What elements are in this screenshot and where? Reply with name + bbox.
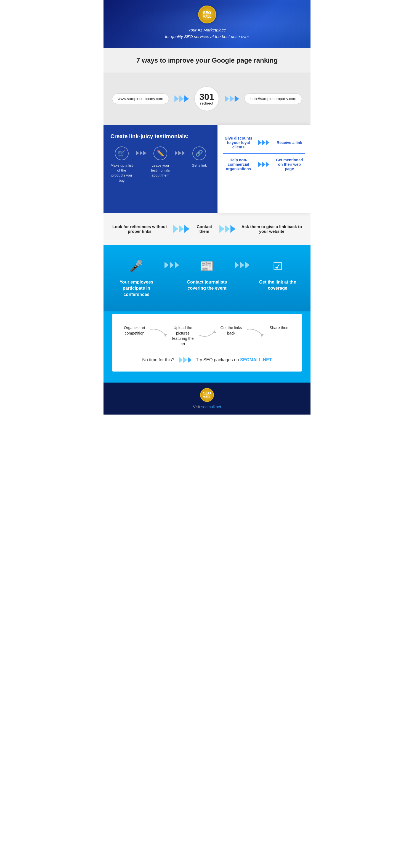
right-arrows-2 xyxy=(258,162,270,167)
chevron-icon xyxy=(225,95,229,102)
chevron-icon xyxy=(266,162,269,167)
link-icon: 🔗 xyxy=(193,147,206,160)
cart-icon: 🛒 xyxy=(115,147,128,160)
page-title: 7 ways to improve your Google page ranki… xyxy=(109,57,305,64)
chevron-icon xyxy=(178,151,181,155)
conf-step-1-label: Your employees participate in conference… xyxy=(112,279,161,298)
conf-step-1: 🎤 Your employees participate in conferen… xyxy=(112,258,161,298)
header: SEO MALL Your #1 Marketplace for quality… xyxy=(104,0,310,48)
art-steps: Organize art competition Upload the pict… xyxy=(120,325,294,347)
chevron-icon xyxy=(262,162,266,167)
url-from: www.samplecompany.com xyxy=(112,93,169,104)
art-step-1: Organize art competition xyxy=(120,325,149,336)
curve-arrow-icon xyxy=(246,327,265,340)
svg-marker-0 xyxy=(164,334,167,337)
chevron-icon xyxy=(143,151,146,155)
art-card: Organize art competition Upload the pict… xyxy=(112,314,302,371)
testimonials-steps: 🛒 Make up a list of the products you buy… xyxy=(110,147,211,183)
pencil-icon: ✏️ xyxy=(153,147,167,160)
ref-step-1: Look for references without proper links xyxy=(112,224,168,234)
right-text-3: Help non-commercial organizations xyxy=(223,158,254,171)
art-step-2-label: Upload the pictures featuring the art xyxy=(170,325,196,347)
chevron-icon xyxy=(258,140,262,145)
no-time-arrows xyxy=(179,356,192,363)
chevron-icon xyxy=(183,357,187,363)
conf-step-3-label: Get the link at the coverage xyxy=(253,279,302,291)
conf-step-2-label: Contact journalists covering the event xyxy=(182,279,232,291)
chevron-icon xyxy=(231,225,235,233)
journalist-icon: 📰 xyxy=(200,258,214,274)
redirect-section: www.samplecompany.com 301 redirect http:… xyxy=(104,72,310,125)
testimonials-heading: Create link-juicy testimonials: xyxy=(110,133,211,140)
no-time-label: No time for this? xyxy=(142,358,174,363)
art-step-4: Share them xyxy=(265,325,294,331)
svg-marker-1 xyxy=(213,330,216,333)
ref-step-2: Contact them xyxy=(195,224,214,234)
testi-step-3-label: Get a link xyxy=(191,163,207,168)
header-logo: SEO MALL xyxy=(198,5,216,24)
footer: SEO MALL Visit seomall.net xyxy=(104,382,310,414)
chevron-icon xyxy=(179,225,184,233)
arrow-2 xyxy=(225,95,239,102)
chevron-icon xyxy=(262,140,266,145)
art-step-3-label: Get the links back xyxy=(218,325,244,336)
url-to: http://samplecompany.com xyxy=(244,93,302,104)
footer-link[interactable]: seomall.net xyxy=(201,405,221,409)
right-row-2: Help non-commercial organizations Get me… xyxy=(223,154,305,175)
chevron-icon xyxy=(266,140,269,145)
arrow-1 xyxy=(174,95,189,102)
testimonials-right: Give discounts to your loyal clients Rec… xyxy=(217,125,311,213)
chevron-icon xyxy=(235,262,239,268)
chevron-icon xyxy=(179,357,183,363)
testi-step-1: 🛒 Make up a list of the products you buy xyxy=(110,147,133,183)
chevron-icon xyxy=(184,225,189,233)
no-time-row: No time for this? Try SEO packages on SE… xyxy=(120,356,294,363)
right-text-4: Get mentioned on their web page xyxy=(274,158,305,171)
chevron-icon xyxy=(184,95,189,102)
header-subtitle: Your #1 Marketplace for quality SEO serv… xyxy=(109,27,305,40)
chevron-icon xyxy=(165,262,169,268)
page-title-section: 7 ways to improve your Google page ranki… xyxy=(104,48,310,72)
chevron-icon xyxy=(245,262,249,268)
seomall-link[interactable]: SEOMALL.NET xyxy=(240,358,272,362)
chevron-icon xyxy=(175,151,178,155)
chevron-icon xyxy=(240,262,244,268)
chevron-icon xyxy=(136,151,139,155)
testi-arrow-2 xyxy=(174,147,185,156)
art-section: Organize art competition Upload the pict… xyxy=(104,311,310,382)
conf-step-3: ☑ Get the link at the coverage xyxy=(253,258,302,291)
chevron-icon xyxy=(235,95,239,102)
art-step-1-label: Organize art competition xyxy=(121,325,148,336)
conf-arrow-2 xyxy=(234,258,250,269)
ref-step-3: Ask them to give a link back to your web… xyxy=(241,224,302,234)
conf-arrow-1 xyxy=(164,258,180,269)
chevron-icon xyxy=(258,162,262,167)
ref-arrows-2 xyxy=(219,225,236,233)
footer-logo: SEO MALL xyxy=(200,388,214,402)
chevron-icon xyxy=(173,225,178,233)
art-step-2: Upload the pictures featuring the art xyxy=(168,325,197,347)
testimonials-left: Create link-juicy testimonials: 🛒 Make u… xyxy=(104,125,217,213)
art-step-3: Get the links back xyxy=(217,325,246,336)
art-step-4-label: Share them xyxy=(269,325,289,331)
footer-text: Visit seomall.net xyxy=(109,405,305,409)
chevron-icon xyxy=(188,357,191,363)
chevron-icon xyxy=(175,262,179,268)
conferences-section: 🎤 Your employees participate in conferen… xyxy=(104,245,310,311)
right-row-1: Give discounts to your loyal clients Rec… xyxy=(223,132,305,154)
chevron-icon xyxy=(170,262,174,268)
testi-step-2-label: Leave your testimonials about them xyxy=(149,163,172,178)
chevron-icon xyxy=(182,151,185,155)
chevron-icon xyxy=(219,225,225,233)
svg-marker-2 xyxy=(261,334,264,337)
chevron-icon xyxy=(179,95,184,102)
redirect-circle: 301 redirect xyxy=(194,86,219,111)
ref-arrows-1 xyxy=(173,225,189,233)
cta-text: Try SEO packages on SEOMALL.NET xyxy=(196,358,272,363)
chevron-icon xyxy=(225,225,230,233)
right-text-2: Receive a link xyxy=(274,141,305,145)
references-section: Look for references without proper links… xyxy=(104,213,310,245)
chevron-icon xyxy=(174,95,179,102)
curve-arrow-icon xyxy=(149,327,168,340)
microphone-icon: 🎤 xyxy=(129,258,143,274)
